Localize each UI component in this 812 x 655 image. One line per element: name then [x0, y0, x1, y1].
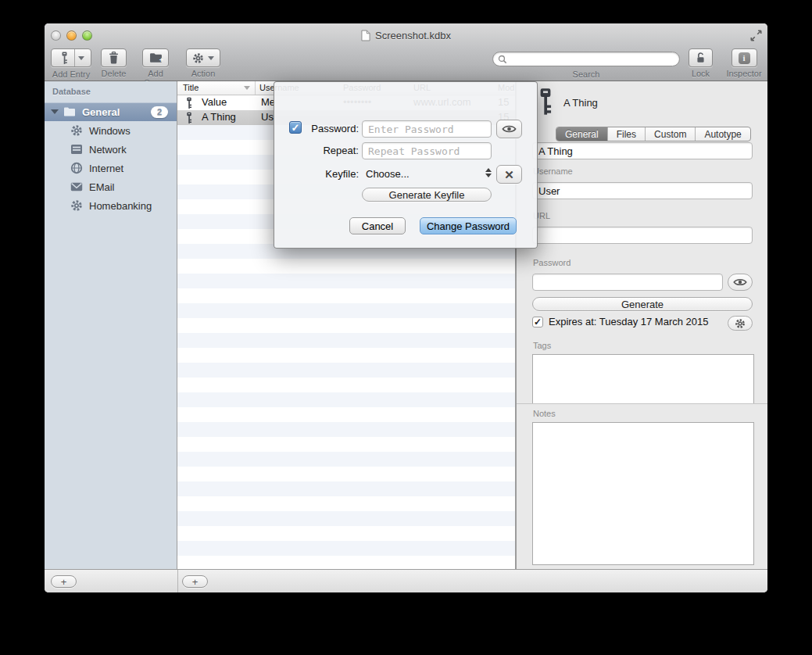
sort-descending-icon — [244, 86, 250, 90]
notes-textarea[interactable] — [532, 422, 754, 565]
lock-button[interactable] — [689, 48, 713, 67]
key-icon — [536, 88, 555, 116]
globe-icon — [70, 162, 83, 174]
generate-keyfile-button[interactable]: Generate Keyfile — [362, 188, 492, 202]
action-label: Action — [186, 69, 220, 78]
entry-count-badge: 2 — [151, 106, 168, 118]
sidebar-section-header: Database — [52, 87, 91, 96]
sidebar-item-windows[interactable]: Windows — [45, 121, 177, 140]
column-title[interactable]: Title — [183, 83, 199, 92]
chevron-down-icon — [208, 56, 214, 60]
add-entry-label: Add Entry — [51, 70, 91, 79]
action-button[interactable] — [186, 48, 220, 67]
window-title: Screenshot.kdbx — [375, 30, 451, 41]
tab-autotype[interactable]: Autotype — [696, 127, 749, 141]
password-label: Password — [533, 258, 571, 267]
gear-icon — [188, 49, 208, 66]
cancel-button[interactable]: Cancel — [349, 217, 406, 234]
titlebar[interactable]: Screenshot.kdbx — [45, 23, 767, 47]
bottom-bar: + + — [45, 569, 767, 592]
generate-password-button[interactable]: Generate — [532, 297, 753, 311]
delete-button[interactable] — [101, 48, 127, 67]
expires-checkbox[interactable]: ✓ — [532, 317, 543, 328]
envelope-icon — [70, 181, 83, 193]
sidebar-item-label: EMail — [89, 181, 115, 193]
cell-username: Us — [261, 111, 274, 123]
toolbar: Add Entry Delete + Add Group — [45, 47, 767, 81]
inspector-panel: A Thing General Files Custom Autotype Us… — [516, 81, 767, 569]
sidebar-item-label: Internet — [89, 163, 123, 174]
url-field[interactable] — [532, 227, 753, 244]
clear-keyfile-button[interactable]: ✕ — [496, 165, 522, 184]
sidebar-item-internet[interactable]: Internet — [45, 159, 177, 177]
tags-textarea[interactable] — [532, 354, 754, 403]
app-window: Screenshot.kdbx Add Entry — [45, 23, 767, 592]
search-icon — [498, 55, 507, 64]
tags-label: Tags — [533, 341, 551, 350]
trash-icon — [109, 52, 119, 64]
expires-label: Expires at: Tuesday 17 March 2015 — [549, 316, 709, 328]
search-label: Search — [492, 70, 680, 79]
dialog-repeat-label: Repeat: — [304, 145, 359, 156]
info-icon: i — [739, 52, 750, 64]
add-group-plus-button[interactable]: + — [51, 575, 77, 588]
show-password-button[interactable] — [728, 274, 753, 291]
section-divider — [517, 403, 767, 404]
expiry-options-button[interactable] — [728, 316, 753, 331]
disclosure-triangle-icon[interactable] — [51, 109, 59, 114]
dialog-show-password-button[interactable] — [496, 120, 522, 138]
window-chrome: Screenshot.kdbx Add Entry — [45, 23, 767, 81]
content-area: Database General 2 Windows Network Inter… — [45, 81, 767, 569]
sidebar-item-general[interactable]: General 2 — [45, 102, 177, 121]
inspector-tabs: General Files Custom Autotype — [556, 127, 751, 141]
add-entry-dropdown[interactable] — [75, 49, 88, 66]
eye-icon — [733, 277, 747, 287]
fullscreen-icon[interactable] — [750, 30, 762, 41]
sidebar-item-network[interactable]: Network — [45, 140, 177, 159]
keyfile-popup-button[interactable]: Choose... — [366, 168, 410, 180]
sidebar-item-label: Network — [89, 144, 127, 156]
sidebar-item-homebanking[interactable]: Homebanking — [45, 196, 177, 215]
sidebar-item-label: Windows — [89, 125, 131, 137]
tab-custom[interactable]: Custom — [646, 127, 696, 141]
cell-title: A Thing — [202, 111, 236, 123]
lock-open-icon — [695, 52, 706, 64]
gear-icon — [735, 318, 746, 329]
username-label: Username — [533, 166, 573, 176]
key-icon — [55, 49, 74, 66]
add-entry-plus-button[interactable]: + — [182, 575, 208, 588]
password-checkbox[interactable]: ✓ — [289, 121, 302, 134]
action-dropdown[interactable] — [208, 49, 218, 66]
sidebar-item-label: Homebanking — [89, 200, 152, 212]
eye-icon — [502, 124, 517, 134]
dialog-password-input[interactable] — [362, 120, 492, 138]
folder-icon — [63, 106, 76, 118]
add-entry-button[interactable] — [51, 48, 91, 67]
dialog-repeat-input[interactable] — [362, 142, 492, 159]
title-field[interactable] — [532, 142, 753, 159]
change-password-button[interactable]: Change Password — [420, 217, 517, 234]
chevron-down-icon — [78, 56, 84, 60]
dialog-password-label: Password: — [304, 123, 359, 134]
notes-label: Notes — [533, 409, 556, 418]
tab-general[interactable]: General — [556, 127, 608, 141]
sidebar-item-label: General — [82, 106, 120, 118]
expires-row: ✓ Expires at: Tuesday 17 March 2015 — [532, 316, 709, 328]
inspector-button[interactable]: i — [732, 48, 757, 67]
add-group-button[interactable]: + — [142, 48, 169, 67]
password-field[interactable] — [532, 274, 723, 291]
search-input[interactable] — [510, 54, 674, 65]
change-password-dialog: ✓ Password: Repeat: Keyfile: Choose... ✕… — [274, 81, 538, 249]
delete-label: Delete — [101, 69, 127, 78]
tab-files[interactable]: Files — [608, 127, 646, 141]
popup-stepper-icon[interactable] — [485, 168, 492, 177]
sidebar: Database General 2 Windows Network Inter… — [45, 81, 177, 569]
username-field[interactable] — [532, 182, 753, 199]
gear-icon — [70, 124, 83, 137]
key-icon — [185, 112, 193, 124]
inspector-entry-title: A Thing — [563, 97, 598, 109]
sidebar-item-email[interactable]: EMail — [45, 177, 177, 196]
cell-title: Value — [202, 96, 227, 108]
close-icon: ✕ — [504, 169, 514, 181]
search-field[interactable] — [492, 52, 680, 66]
